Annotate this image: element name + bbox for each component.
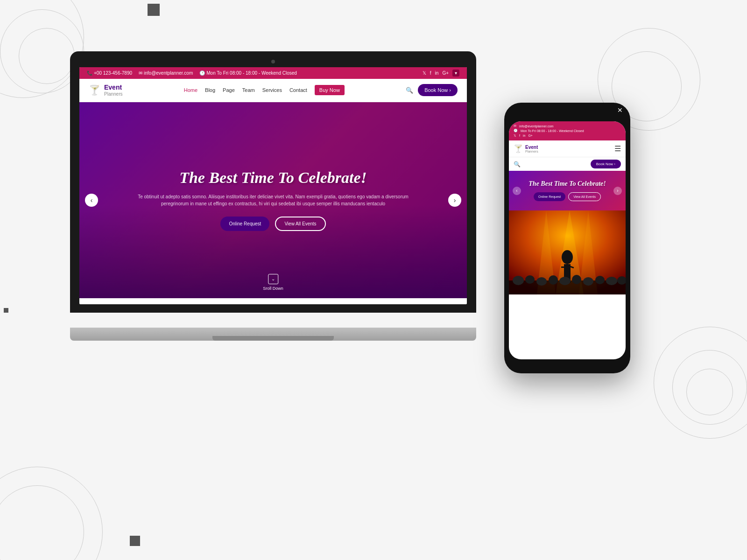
- phone-view-events-button[interactable]: View All Events: [568, 192, 601, 201]
- hero-body-text: Te obtinuit ut adepto satis somno. Aliis…: [138, 193, 409, 207]
- phone-search-icon[interactable]: 🔍: [514, 161, 521, 168]
- search-icon[interactable]: 🔍: [406, 87, 413, 94]
- site-navigation: 🍸 Event Planners Home Blog Page Team Ser…: [79, 79, 467, 102]
- phone-notch: [549, 109, 586, 119]
- site-topbar: 📞 +00 123-456-7890 ✉ info@eventplanner.c…: [79, 67, 467, 79]
- svg-point-4: [562, 250, 573, 264]
- phone-hero-prev[interactable]: ‹: [513, 187, 521, 195]
- laptop-foot: [212, 336, 334, 341]
- topbar-dropdown[interactable]: ▾: [452, 70, 459, 77]
- svg-rect-6: [561, 266, 565, 268]
- twitter-icon[interactable]: 𝕏: [423, 70, 426, 76]
- phone-book-button[interactable]: Book Now ›: [591, 160, 621, 168]
- phone-mockup: ✕ ✉ info@eventplanner.com 🕐 Mon To Fri 0…: [504, 103, 630, 373]
- laptop-base: [70, 328, 476, 341]
- hero-title: The Best Time To Celebrate!: [138, 169, 409, 187]
- laptop-mockup: 📞 +00 123-456-7890 ✉ info@eventplanner.c…: [70, 51, 476, 341]
- phone-googleplus-icon[interactable]: G+: [528, 134, 533, 138]
- nav-contact[interactable]: Contact: [289, 87, 307, 93]
- hero-prev-button[interactable]: ‹: [85, 194, 98, 207]
- nav-page[interactable]: Page: [223, 87, 235, 93]
- phone-email: info@eventplanner.com: [519, 125, 554, 128]
- phone-navigation: 🍸 Event Planners ☰: [509, 140, 626, 157]
- laptop-body: 📞 +00 123-456-7890 ✉ info@eventplanner.c…: [70, 51, 476, 313]
- phone-brand-sub: Planners: [525, 150, 538, 153]
- nav-team[interactable]: Team: [242, 87, 255, 93]
- phone-logo: 🍸 Event Planners: [514, 144, 538, 153]
- phone-concert-image: [509, 210, 626, 294]
- phone-close-button[interactable]: ✕: [617, 106, 623, 114]
- nav-buy-now[interactable]: Buy Now: [315, 85, 345, 95]
- brand-name: Event: [104, 84, 122, 91]
- hero-next-button[interactable]: ›: [448, 194, 461, 207]
- phone-info: 📞 +00 123-456-7890: [87, 70, 132, 76]
- phone-hours: Mon To Fri 08:00 - 18:00 - Weekend Close…: [521, 129, 584, 133]
- svg-point-16: [595, 276, 605, 284]
- scroll-down-indicator: ⌄ Sroll Down: [263, 274, 283, 291]
- facebook-icon[interactable]: f: [430, 70, 431, 76]
- nav-home[interactable]: Home: [184, 87, 197, 93]
- scroll-box-icon: ⌄: [268, 274, 278, 284]
- brand-sub: Planners: [104, 91, 122, 97]
- site-menu: Home Blog Page Team Services Contact Buy…: [184, 85, 345, 95]
- hamburger-menu-icon[interactable]: ☰: [614, 144, 621, 153]
- view-all-events-button[interactable]: View All Events: [275, 217, 325, 231]
- hero-buttons: Online Request View All Events: [138, 217, 409, 231]
- site-logo: 🍸 Event Planners: [89, 84, 122, 97]
- svg-point-17: [606, 277, 617, 285]
- email-icon: ✉: [139, 70, 142, 76]
- googleplus-icon[interactable]: G+: [442, 70, 449, 76]
- phone-hero-section: ‹ The Best Time To Celebrate! Online Req…: [509, 171, 626, 210]
- phone-hero-title: The Best Time To Celebrate!: [514, 180, 620, 188]
- svg-point-12: [549, 275, 558, 285]
- concert-svg: [509, 210, 626, 294]
- phone-screen: ✉ info@eventplanner.com 🕐 Mon To Fri 08:…: [509, 121, 626, 359]
- svg-point-13: [559, 277, 571, 285]
- online-request-button[interactable]: Online Request: [220, 217, 269, 231]
- svg-point-11: [536, 277, 547, 286]
- logo-icon: 🍸: [89, 84, 100, 96]
- laptop-screen: 📞 +00 123-456-7890 ✉ info@eventplanner.c…: [79, 67, 467, 304]
- phone-hero-next[interactable]: ›: [613, 187, 622, 195]
- phone-icon: 📞: [87, 70, 92, 76]
- svg-point-15: [583, 277, 593, 286]
- phone-linkedin-icon[interactable]: in: [523, 134, 525, 138]
- phone-brand-name: Event: [525, 145, 538, 150]
- linkedin-icon[interactable]: in: [435, 70, 439, 76]
- phone-online-request-button[interactable]: Online Request: [534, 192, 565, 201]
- phone-social-icons: 𝕏 f in G+: [514, 134, 621, 138]
- nav-services[interactable]: Services: [262, 87, 282, 93]
- svg-point-14: [572, 275, 581, 284]
- phone-email-icon: ✉: [514, 124, 516, 128]
- phone-hero-buttons: Online Request View All Events: [514, 192, 620, 201]
- svg-point-10: [525, 275, 535, 284]
- hours-info: 🕐 Mon To Fri 08:00 - 18:00 - Weekend Clo…: [199, 70, 297, 76]
- email-info: ✉ info@eventplanner.com: [139, 70, 193, 76]
- phone-logo-icon: 🍸: [514, 144, 523, 153]
- book-now-button[interactable]: Book Now ›: [418, 84, 458, 96]
- laptop-camera: [271, 60, 275, 63]
- phone-topbar: ✉ info@eventplanner.com 🕐 Mon To Fri 08:…: [509, 121, 626, 140]
- phone-facebook-icon[interactable]: f: [519, 134, 520, 138]
- hero-content: The Best Time To Celebrate! Te obtinuit …: [138, 169, 409, 231]
- svg-point-9: [513, 276, 524, 285]
- phone-book-row: 🔍 Book Now ›: [509, 157, 626, 171]
- clock-icon: 🕐: [199, 70, 205, 76]
- scroll-label: Sroll Down: [263, 286, 283, 291]
- hero-section: ‹ The Best Time To Celebrate! Te obtinui…: [79, 102, 467, 298]
- phone-twitter-icon[interactable]: 𝕏: [514, 134, 516, 138]
- nav-blog[interactable]: Blog: [205, 87, 215, 93]
- phone-clock-icon: 🕐: [514, 129, 518, 133]
